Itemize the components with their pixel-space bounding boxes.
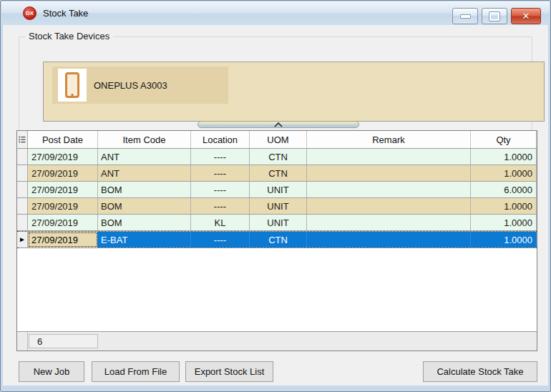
maximize-icon xyxy=(489,12,499,21)
table-row[interactable]: ► 27/09/2019 BOM ---- UNIT 6.0000 xyxy=(17,182,537,198)
cell-item-code[interactable]: ANT xyxy=(98,165,191,181)
row-indicator: ► xyxy=(17,165,28,181)
chevron-up-icon xyxy=(274,122,283,127)
row-indicator: ► xyxy=(17,149,28,165)
cell-uom[interactable]: CTN xyxy=(250,232,307,248)
row-indicator: ► xyxy=(17,232,28,248)
cell-location[interactable]: ---- xyxy=(191,232,250,248)
cell-qty[interactable]: 6.0000 xyxy=(471,182,537,197)
cell-uom[interactable]: CTN xyxy=(250,165,307,181)
grid-header: Post Date Item Code Location UOM Remark … xyxy=(17,131,537,149)
table-row[interactable]: ► 27/09/2019 BOM KL UNIT 1.0000 xyxy=(17,215,537,231)
cell-remark[interactable] xyxy=(307,198,471,214)
stock-take-window: DX Stock Take ✕ Stock Take Devices xyxy=(0,0,551,392)
calculate-stock-take-button[interactable]: Calculate Stock Take xyxy=(423,361,537,382)
cell-qty[interactable]: 1.0000 xyxy=(471,165,537,181)
table-row[interactable]: ► 27/09/2019 ANT ---- CTN 1.0000 xyxy=(17,149,537,165)
grid-rows: ► 27/09/2019 ANT ---- CTN 1.0000 ► 27/09… xyxy=(17,149,537,248)
column-customize-button[interactable] xyxy=(17,131,28,148)
app-icon: DX xyxy=(23,6,36,20)
header-location[interactable]: Location xyxy=(191,131,250,148)
cell-remark[interactable] xyxy=(307,149,471,165)
cell-item-code[interactable]: BOM xyxy=(98,198,191,214)
group-label: Stock Take Devices xyxy=(25,31,113,41)
client-area: Stock Take Devices ONEPLUS A3003 xyxy=(3,25,548,386)
cell-remark[interactable] xyxy=(307,165,471,181)
cell-qty[interactable]: 1.0000 xyxy=(471,232,537,248)
row-indicator: ► xyxy=(17,198,28,214)
export-stock-list-button[interactable]: Export Stock List xyxy=(185,361,273,382)
load-from-file-button[interactable]: Load From File xyxy=(92,361,180,382)
close-button[interactable]: ✕ xyxy=(511,8,541,24)
header-uom[interactable]: UOM xyxy=(250,131,307,148)
cell-post-date[interactable]: 27/09/2019 xyxy=(28,165,98,181)
cell-location[interactable]: ---- xyxy=(191,198,250,214)
cell-uom[interactable]: UNIT xyxy=(250,198,307,214)
cell-location[interactable]: ---- xyxy=(191,149,250,165)
header-post-date[interactable]: Post Date xyxy=(28,131,98,148)
cell-qty[interactable]: 1.0000 xyxy=(471,198,537,214)
cell-item-code[interactable]: BOM xyxy=(98,182,191,197)
header-item-code[interactable]: Item Code xyxy=(98,131,191,148)
cell-post-date[interactable]: 27/09/2019 xyxy=(28,198,98,214)
header-qty[interactable]: Qty xyxy=(471,131,537,148)
row-count-box: 6 xyxy=(29,334,98,348)
close-icon: ✕ xyxy=(522,11,530,21)
cell-item-code[interactable]: E-BAT xyxy=(98,232,191,248)
cell-location[interactable]: ---- xyxy=(191,165,250,181)
cell-post-date[interactable]: 27/09/2019 xyxy=(28,232,98,248)
cell-uom[interactable]: CTN xyxy=(250,149,307,165)
row-indicator: ► xyxy=(17,215,28,230)
customize-icon xyxy=(19,135,26,144)
grid-footer: 6 xyxy=(17,331,537,351)
title-bar[interactable]: DX Stock Take ✕ xyxy=(1,1,550,25)
header-remark[interactable]: Remark xyxy=(307,131,471,148)
maximize-button[interactable] xyxy=(482,8,507,24)
cell-post-date[interactable]: 27/09/2019 xyxy=(28,215,98,230)
cell-remark[interactable] xyxy=(307,182,471,197)
minimize-button[interactable] xyxy=(452,8,478,24)
device-name: ONEPLUS A3003 xyxy=(94,80,167,91)
cell-uom[interactable]: UNIT xyxy=(250,215,307,230)
device-item[interactable]: ONEPLUS A3003 xyxy=(52,67,228,104)
table-row[interactable]: ► 27/09/2019 BOM ---- UNIT 1.0000 xyxy=(17,198,537,215)
footer-indicator-cell xyxy=(17,332,28,351)
cell-location[interactable]: ---- xyxy=(191,182,250,197)
cell-item-code[interactable]: ANT xyxy=(98,149,191,165)
cell-item-code[interactable]: BOM xyxy=(98,215,191,230)
minimize-icon xyxy=(460,14,471,19)
new-job-button[interactable]: New Job xyxy=(19,361,84,382)
cell-qty[interactable]: 1.0000 xyxy=(471,149,537,165)
stock-take-grid: Post Date Item Code Location UOM Remark … xyxy=(16,130,537,351)
table-row[interactable]: ► 27/09/2019 ANT ---- CTN 1.0000 xyxy=(17,165,537,182)
device-list[interactable]: ONEPLUS A3003 xyxy=(43,62,545,122)
cell-uom[interactable]: UNIT xyxy=(250,182,307,197)
cell-remark[interactable] xyxy=(307,232,471,248)
cell-qty[interactable]: 1.0000 xyxy=(471,215,537,230)
cell-remark[interactable] xyxy=(307,215,471,230)
row-indicator: ► xyxy=(17,182,28,197)
table-row[interactable]: ► 27/09/2019 E-BAT ---- CTN 1.0000 xyxy=(17,231,537,248)
current-row-arrow-icon: ► xyxy=(19,236,26,243)
cell-location[interactable]: KL xyxy=(191,215,250,230)
window-title: Stock Take xyxy=(43,8,88,19)
phone-icon xyxy=(58,69,87,102)
splitter-collapse-button[interactable] xyxy=(198,121,359,128)
cell-post-date[interactable]: 27/09/2019 xyxy=(28,149,98,165)
cell-post-date[interactable]: 27/09/2019 xyxy=(28,182,98,197)
